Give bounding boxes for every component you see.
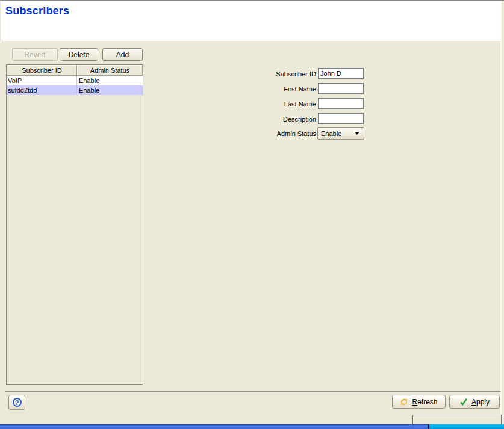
table-header: Subscriber ID Admin Status — [7, 65, 143, 76]
description-label: Description — [244, 115, 316, 123]
refresh-button-label: Refresh — [412, 398, 437, 406]
apply-button-label: Apply — [471, 398, 490, 406]
subscriber-id-label: Subscriber ID — [244, 70, 316, 78]
revert-button[interactable]: Revert — [12, 48, 58, 61]
taskbar-segment-right — [429, 424, 504, 429]
status-progress-box — [412, 415, 502, 424]
footer-divider — [5, 391, 500, 392]
help-icon: ? — [13, 398, 22, 407]
cell-admin-status: Enable — [77, 85, 143, 95]
cell-subscriber-id: VoIP — [7, 76, 77, 85]
table-row-selected[interactable]: sufdd2tdd Enable — [7, 85, 143, 95]
check-icon — [459, 398, 468, 406]
title-band: Subscribers — [1, 1, 500, 41]
help-button[interactable]: ? — [8, 395, 25, 410]
description-field[interactable] — [318, 113, 364, 124]
column-header-subscriber-id[interactable]: Subscriber ID — [7, 65, 77, 76]
delete-button[interactable]: Delete — [60, 48, 98, 61]
last-name-label: Last Name — [244, 100, 316, 108]
table-row[interactable]: VoIP Enable — [7, 76, 143, 85]
cell-subscriber-id: sufdd2tdd — [7, 85, 77, 95]
last-name-field[interactable] — [318, 98, 364, 109]
subscriber-table: Subscriber ID Admin Status VoIP Enable s… — [6, 64, 143, 385]
subscriber-id-field[interactable] — [318, 68, 364, 79]
page-title: Subscribers — [5, 5, 69, 17]
taskbar-segment-left — [0, 424, 428, 429]
admin-status-selected-value: Enable — [318, 130, 355, 137]
column-header-admin-status[interactable]: Admin Status — [77, 65, 143, 76]
first-name-field[interactable] — [318, 83, 364, 94]
refresh-icon — [400, 398, 408, 406]
taskbar-strip[interactable] — [0, 424, 504, 429]
apply-button[interactable]: Apply — [449, 395, 500, 409]
admin-status-select[interactable]: Enable — [317, 127, 364, 140]
chevron-down-icon — [355, 132, 359, 135]
add-button[interactable]: Add — [102, 48, 143, 61]
first-name-label: First Name — [244, 85, 316, 93]
refresh-button[interactable]: Refresh — [392, 395, 446, 409]
admin-status-label: Admin Status — [244, 129, 316, 138]
cell-admin-status: Enable — [77, 76, 143, 85]
window-right-edge — [500, 1, 502, 424]
